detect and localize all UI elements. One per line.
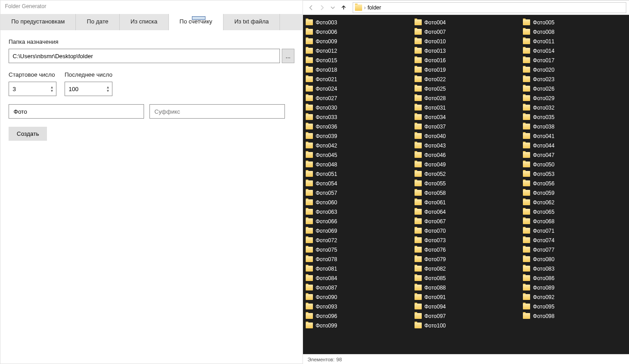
folder-item[interactable]: Фото031 — [412, 103, 520, 112]
folder-item[interactable]: Фото028 — [412, 93, 520, 103]
folder-item[interactable]: Фото097 — [412, 311, 520, 321]
browse-button[interactable]: ... — [282, 49, 294, 63]
nav-up-button[interactable] — [338, 2, 349, 13]
folder-item[interactable]: Фото036 — [303, 122, 411, 131]
end-number-input[interactable] — [65, 82, 112, 96]
folder-item[interactable]: Фото033 — [303, 112, 411, 122]
folder-item[interactable]: Фото013 — [412, 46, 520, 55]
folder-item[interactable]: Фото094 — [412, 302, 520, 311]
folder-item[interactable]: Фото076 — [412, 245, 520, 254]
folder-item[interactable]: Фото009 — [303, 37, 411, 46]
folder-item[interactable]: Фото047 — [520, 150, 629, 160]
folder-item[interactable]: Фото065 — [520, 207, 629, 217]
folder-item[interactable]: Фото070 — [412, 226, 520, 235]
folder-item[interactable]: Фото040 — [412, 131, 520, 141]
folder-item[interactable]: Фото012 — [303, 46, 411, 55]
folder-item[interactable]: Фото016 — [412, 55, 520, 65]
folder-item[interactable]: Фото055 — [412, 179, 520, 188]
spinner-icon[interactable]: ▲▼ — [106, 86, 110, 92]
folder-item[interactable]: Фото095 — [520, 302, 629, 311]
folder-item[interactable]: Фото054 — [303, 179, 411, 188]
folder-item[interactable]: Фото048 — [303, 160, 411, 169]
folder-item[interactable]: Фото003 — [303, 18, 411, 27]
tab-4[interactable]: Из txt файла — [224, 14, 280, 30]
folder-item[interactable]: Фото060 — [303, 198, 411, 207]
folder-item[interactable]: Фото072 — [303, 235, 411, 245]
folder-item[interactable]: Фото086 — [520, 273, 629, 283]
folder-item[interactable]: Фото093 — [303, 302, 411, 311]
suffix-input[interactable] — [149, 104, 285, 119]
folder-item[interactable]: Фото083 — [520, 264, 629, 273]
breadcrumb-folder[interactable]: folder — [368, 5, 381, 11]
folder-item[interactable]: Фото091 — [412, 292, 520, 302]
folder-item[interactable]: Фото067 — [412, 217, 520, 226]
folder-item[interactable]: Фото010 — [412, 37, 520, 46]
nav-recent-button[interactable] — [327, 2, 338, 13]
folder-item[interactable]: Фото022 — [412, 74, 520, 84]
folder-item[interactable]: Фото044 — [520, 141, 629, 150]
folder-item[interactable]: Фото014 — [520, 46, 629, 55]
folder-item[interactable]: Фото069 — [303, 226, 411, 235]
folder-item[interactable]: Фото019 — [412, 65, 520, 74]
folder-item[interactable]: Фото064 — [412, 207, 520, 217]
folder-item[interactable]: Фото057 — [303, 188, 411, 198]
panel-drag-handle[interactable] — [192, 16, 205, 20]
folder-item[interactable]: Фото021 — [303, 74, 411, 84]
folder-item[interactable]: Фото052 — [412, 169, 520, 179]
folder-item[interactable]: Фото030 — [303, 103, 411, 112]
folder-item[interactable]: Фото082 — [412, 264, 520, 273]
folder-item[interactable]: Фото004 — [412, 18, 520, 27]
folder-item[interactable]: Фото037 — [412, 122, 520, 131]
folder-item[interactable]: Фото006 — [303, 27, 411, 37]
folder-item[interactable]: Фото063 — [303, 207, 411, 217]
folder-item[interactable]: Фото062 — [520, 198, 629, 207]
tab-2[interactable]: Из списка — [120, 14, 168, 30]
folder-item[interactable]: Фото029 — [520, 93, 629, 103]
tab-0[interactable]: По предустановкам — [0, 14, 76, 30]
folder-item[interactable]: Фото079 — [412, 254, 520, 264]
destination-input[interactable] — [9, 49, 280, 63]
folder-item[interactable]: Фото073 — [412, 235, 520, 245]
folder-item[interactable]: Фото035 — [520, 112, 629, 122]
folder-item[interactable]: Фото027 — [303, 93, 411, 103]
folder-item[interactable]: Фото015 — [303, 55, 411, 65]
folder-item[interactable]: Фото034 — [412, 112, 520, 122]
folder-item[interactable]: Фото096 — [303, 311, 411, 321]
folder-item[interactable]: Фото042 — [303, 141, 411, 150]
tab-1[interactable]: По дате — [76, 14, 120, 30]
folder-item[interactable]: Фото018 — [303, 65, 411, 74]
folder-item[interactable]: Фото087 — [303, 283, 411, 292]
folder-item[interactable]: Фото025 — [412, 84, 520, 93]
folder-item[interactable]: Фото075 — [303, 245, 411, 254]
folder-item[interactable]: Фото046 — [412, 150, 520, 160]
folder-item[interactable]: Фото043 — [412, 141, 520, 150]
folder-item[interactable]: Фото056 — [520, 179, 629, 188]
spinner-icon[interactable]: ▲▼ — [50, 86, 54, 92]
folder-item[interactable]: Фото007 — [412, 27, 520, 37]
folder-item[interactable]: Фото080 — [520, 254, 629, 264]
folder-item[interactable]: Фото005 — [520, 18, 629, 27]
folder-item[interactable]: Фото090 — [303, 292, 411, 302]
folder-item[interactable]: Фото011 — [520, 37, 629, 46]
folder-item[interactable]: Фото039 — [303, 131, 411, 141]
folder-item[interactable]: Фото017 — [520, 55, 629, 65]
folder-item[interactable]: Фото041 — [520, 131, 629, 141]
address-bar[interactable]: › folder — [353, 2, 626, 13]
folder-item[interactable]: Фото008 — [520, 27, 629, 37]
folder-item[interactable]: Фото071 — [520, 226, 629, 235]
folder-item[interactable]: Фото058 — [412, 188, 520, 198]
folder-item[interactable]: Фото098 — [520, 311, 629, 321]
folder-item[interactable]: Фото032 — [520, 103, 629, 112]
folder-item[interactable]: Фото081 — [303, 264, 411, 273]
folder-item[interactable]: Фото023 — [520, 74, 629, 84]
folder-item[interactable]: Фото059 — [520, 188, 629, 198]
folder-item[interactable]: Фото077 — [520, 245, 629, 254]
folder-item[interactable]: Фото045 — [303, 150, 411, 160]
folder-item[interactable]: Фото038 — [520, 122, 629, 131]
folder-item[interactable]: Фото061 — [412, 198, 520, 207]
folder-item[interactable]: Фото068 — [520, 217, 629, 226]
create-button[interactable]: Создать — [9, 127, 47, 141]
folder-item[interactable]: Фото084 — [303, 273, 411, 283]
folder-item[interactable]: Фото050 — [520, 160, 629, 169]
folder-item[interactable]: Фото078 — [303, 254, 411, 264]
